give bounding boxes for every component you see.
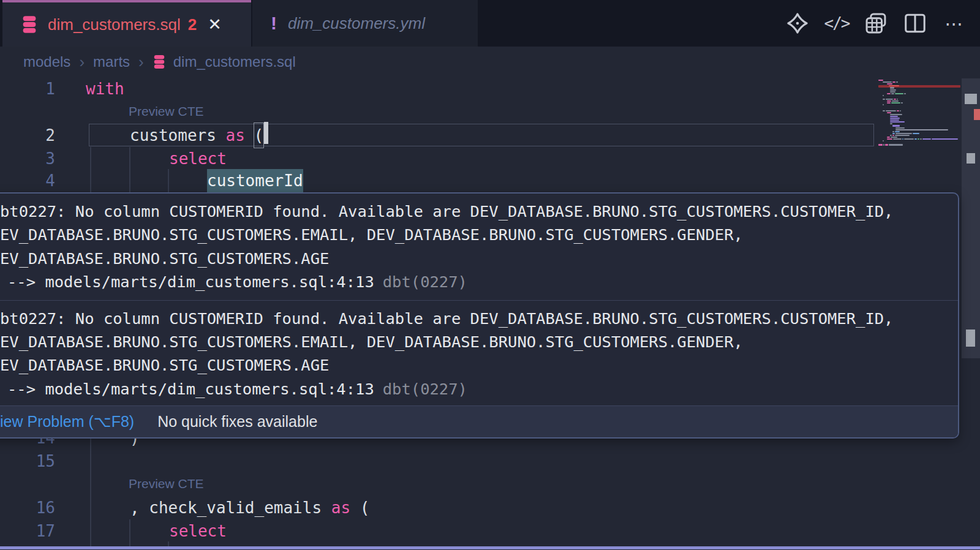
minimap-code-row: [892, 133, 895, 134]
editor-actions: </> ⋯: [785, 0, 967, 47]
minimap-code-row: [883, 140, 884, 141]
code-text: select: [169, 147, 227, 170]
matching-bracket: (: [254, 122, 265, 148]
preview-cte-codelens[interactable]: Preview CTE: [129, 477, 204, 491]
minimap-code-row: [890, 116, 898, 117]
diagnostic-source-code: dbt(0227): [383, 273, 467, 291]
minimap-code-row: [890, 91, 895, 92]
code-line: 1with: [0, 77, 878, 100]
minimap-code-row: [895, 133, 912, 134]
minimap-code-row: [887, 112, 891, 113]
code-text: customerId: [207, 169, 303, 192]
minimap-code-row: [890, 87, 894, 88]
scrollbar-slider[interactable]: [962, 78, 980, 358]
diagnostic-text-line: EV_DATABASE.BRUNO.STG_CUSTOMERS.AGE: [0, 353, 958, 377]
minimap-code-row: [892, 100, 899, 102]
tab-filename: dim_customers.sql: [48, 15, 181, 34]
diagnostic-message-block: bt0227: No column CUSTOMERID found. Avai…: [0, 301, 958, 407]
ruler-change-mark: [965, 94, 977, 104]
minimap-code-row: [890, 135, 892, 136]
minimap-code-row: [895, 135, 910, 136]
minimap-code-row: [886, 110, 896, 111]
minimap-code-row: [890, 121, 905, 122]
minimap-code-row: [886, 99, 893, 100]
text-cursor: [264, 122, 268, 144]
line-number: 1: [0, 77, 55, 100]
minimap-code-row: [890, 123, 892, 124]
diagnostic-file-location[interactable]: --> models/marts/dim_customers.sql:4:13: [7, 380, 374, 398]
code-text: with: [86, 77, 124, 100]
minimap-code-row: [878, 80, 883, 81]
code-editor[interactable]: 1withPreview CTE2customers as (3select4c…: [0, 77, 980, 550]
minimap-code-row: [896, 81, 898, 83]
close-tab-icon[interactable]: ✕: [208, 15, 222, 34]
minimap-code-row: [892, 135, 894, 136]
sql-file-icon: [153, 55, 166, 69]
ruler-error-mark: [974, 109, 980, 120]
minimap-code-row: [904, 93, 906, 94]
minimap-code-row: [897, 110, 899, 111]
panel-border-line: [0, 546, 980, 549]
breadcrumb-separator: ›: [138, 53, 144, 72]
minimap-code-row: [932, 138, 958, 140]
minimap-code-row: [891, 102, 900, 104]
minimap-code-row: [900, 110, 901, 111]
minimap-code-row: [883, 99, 885, 100]
minimap-code-row: [887, 93, 891, 94]
line-number: 2: [0, 124, 55, 147]
minimap-code-row: [891, 93, 894, 94]
breadcrumb-file[interactable]: dim_customers.sql: [173, 53, 296, 70]
minimap-code-row: [892, 125, 900, 126]
popup-footer: iew Problem (⌥F8) No quick fixes availab…: [0, 405, 958, 437]
minimap-code-row: [885, 144, 888, 145]
diagnostic-text-line: bt0227: No column CUSTOMERID found. Avai…: [0, 200, 958, 223]
line-number: 4: [0, 169, 55, 192]
diagnostic-file-location[interactable]: --> models/marts/dim_customers.sql:4:13: [7, 273, 374, 291]
minimap-code-row: [892, 131, 894, 132]
minimap-code-row: [883, 104, 884, 105]
tab-dim-customers-yml[interactable]: ! dim_customers.yml: [252, 0, 478, 47]
minimap-code-row: [883, 110, 885, 111]
minimap-code-row: [894, 99, 896, 100]
codelens-row: Preview CTE: [0, 473, 878, 496]
sql-file-icon: [21, 15, 38, 34]
ruler-change-mark: [966, 330, 975, 347]
diagnostic-location-line: --> models/marts/dim_customers.sql:4:13d…: [0, 270, 958, 293]
split-editor-icon[interactable]: [903, 11, 927, 36]
code-line: 17select: [0, 519, 878, 543]
diagnostic-text-line: bt0227: No column CUSTOMERID found. Avai…: [0, 307, 958, 330]
minimap-code-row: [890, 119, 899, 121]
more-actions-icon[interactable]: ⋯: [942, 11, 967, 36]
breadcrumb-models[interactable]: models: [23, 53, 70, 70]
minimap-code-row: [918, 138, 919, 140]
diagnostic-location-line: --> models/marts/dim_customers.sql:4:13d…: [0, 377, 958, 401]
dbt-extension-icon[interactable]: [785, 11, 810, 36]
code-text: customers as (: [130, 124, 263, 147]
minimap-code-row: [892, 81, 895, 83]
minimap[interactable]: [878, 77, 960, 192]
diagnostic-hover-popup: bt0227: No column CUSTOMERID found. Avai…: [0, 192, 959, 439]
minimap-code-row: [887, 102, 891, 104]
view-problem-link[interactable]: iew Problem (⌥F8): [0, 413, 134, 431]
minimap-code-row: [895, 127, 905, 129]
minimap-code-row: [887, 83, 892, 85]
tab-dim-customers-sql[interactable]: dim_customers.sql 2 ✕: [2, 0, 251, 47]
breadcrumb: models › marts › dim_customers.sql: [0, 47, 980, 77]
code-line: 4customerId: [0, 169, 878, 192]
compiled-code-icon[interactable]: </>: [824, 11, 849, 36]
preview-cte-codelens[interactable]: Preview CTE: [129, 104, 204, 119]
minimap-code-row: [897, 99, 898, 100]
error-highlighted-word: customerId: [207, 169, 303, 192]
minimap-code-row: [914, 138, 917, 140]
minimap-code-row: [883, 95, 884, 96]
code-text: select: [169, 519, 227, 543]
minimap-code-row: [889, 144, 903, 145]
breadcrumb-marts[interactable]: marts: [93, 53, 130, 70]
ruler-change-mark: [967, 153, 975, 164]
minimap-code-row: [878, 144, 883, 145]
quick-fix-hint: No quick fixes available: [157, 413, 317, 431]
query-preview-icon[interactable]: [864, 11, 888, 36]
minimap-code-row: [887, 100, 891, 102]
tab-filename: dim_customers.yml: [288, 14, 425, 33]
diagnostic-text-line: EV_DATABASE.BRUNO.STG_CUSTOMERS.EMAIL, D…: [0, 330, 958, 353]
